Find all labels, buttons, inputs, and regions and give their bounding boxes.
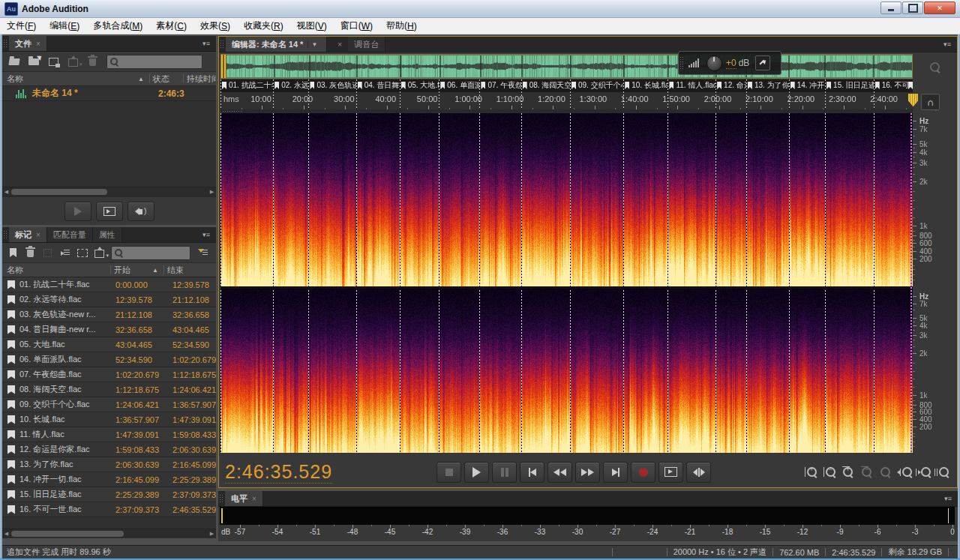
zoom-to-selection-button[interactable] (932, 463, 951, 481)
file-row[interactable]: 未命名 14 * 2:46:3 (2, 86, 216, 101)
tab-match-volume[interactable]: 匹配音量 (47, 227, 93, 242)
editor-dropdown-icon[interactable]: ▼ (308, 41, 320, 48)
marker-start[interactable]: 52:34.590 (116, 355, 172, 364)
marker-strip-segment[interactable]: 05. 大地.flac (400, 79, 440, 91)
marker-strip-segment[interactable]: 12. 命运是你家.flac (716, 79, 747, 91)
loop-preview-button[interactable] (96, 202, 123, 221)
scroll-right-arrow[interactable]: ▶ (208, 188, 216, 196)
marker-row[interactable]: 11. 情人.flac1:47:39.0911:59:08.433 (2, 427, 216, 442)
marker-end[interactable]: 1:02:20.679 (172, 355, 216, 364)
marker-end[interactable]: 1:47:39.091 (172, 415, 216, 424)
close-editor-tab[interactable]: × (327, 37, 348, 52)
marker-row[interactable]: 05. 大地.flac43:04.46552:34.590 (2, 337, 216, 352)
marker-row[interactable]: 09. 交织千个心.flac1:24:06.4211:36:57.907 (2, 397, 216, 412)
new-file-button[interactable] (45, 55, 62, 68)
marker-end[interactable]: 2:16:45.099 (172, 460, 216, 469)
panel-grip[interactable] (3, 230, 8, 239)
marker-row[interactable]: 14. 冲开一切.flac2:16:45.0992:25:29.389 (2, 472, 216, 487)
marker-end[interactable]: 52:34.590 (172, 340, 216, 349)
marker-strip-segment[interactable]: 16. 不可一世.flac (874, 79, 913, 91)
menu-R[interactable]: 收藏夹(R) (237, 18, 290, 34)
panel-menu-icon[interactable] (940, 40, 954, 49)
pause-button[interactable] (492, 462, 517, 483)
zoom-out-vertical-button[interactable]: − (820, 463, 838, 481)
marker-strip-segment[interactable]: 04. 昔日舞曲-new r... (356, 79, 400, 91)
marker-row[interactable]: 07. 午夜怨曲.flac1:02:20.6791:12:18.675 (2, 367, 216, 382)
marker-start[interactable]: 1:12:18.675 (116, 385, 172, 394)
marker-strip-segment[interactable]: 08. 海阔天空.flac (521, 79, 571, 91)
frequency-ruler[interactable]: Hz7k5k4k3k2k1k800600400200Hz7k5k4k3k2k1k… (913, 113, 956, 453)
marker-start[interactable]: 1:24:06.421 (116, 400, 172, 409)
timeline-ruler[interactable]: hms 10:0020:0030:0040:0050:001:00:001:10… (220, 91, 913, 110)
zoom-to-in-point-button[interactable] (895, 463, 914, 481)
marker-strip-segment[interactable]: 13. 为了你.flac (746, 79, 790, 91)
menu-C[interactable]: 素材(C) (149, 18, 194, 34)
marker-strip-segment[interactable]: 03. 灰色轨迹-new r... (308, 79, 356, 91)
marker-start[interactable]: 2:25:29.389 (116, 490, 172, 499)
menu-H[interactable]: 帮助(H) (380, 18, 424, 34)
zoom-in-horizontal-button[interactable]: + (838, 463, 857, 481)
scrollbar-thumb[interactable] (11, 189, 107, 195)
marker-start[interactable]: 2:06:30.639 (116, 460, 172, 469)
close-button[interactable]: ✕ (924, 1, 956, 14)
marker-start[interactable]: 1:59:08.433 (116, 445, 172, 454)
tab-properties[interactable]: 属性 (93, 227, 122, 242)
skip-selection-button[interactable] (686, 462, 711, 483)
panel-grip[interactable] (3, 39, 8, 48)
volume-hud[interactable]: +0 dB (678, 51, 782, 75)
marker-strip-segment[interactable]: 10. 长城.flac (623, 79, 668, 91)
filter-button[interactable] (195, 246, 209, 259)
minimize-button[interactable] (880, 1, 902, 14)
marker-end[interactable]: 32:36.658 (172, 310, 216, 319)
panel-grip[interactable] (219, 494, 224, 503)
title-bar[interactable]: Au Adobe Audition ✕ (0, 0, 960, 18)
marker-end[interactable]: 21:12.108 (172, 295, 216, 304)
marker-row[interactable]: 16. 不可一世.flac2:37:09.3732:46:35.529 (2, 502, 216, 517)
gain-value[interactable]: +0 (726, 58, 736, 69)
files-search-input[interactable] (106, 55, 202, 69)
panel-grip[interactable] (220, 40, 225, 49)
panel-menu-icon[interactable] (200, 230, 213, 239)
menu-E[interactable]: 编辑(E) (43, 18, 86, 34)
marker-strip[interactable]: 01. 抗战二十年.flac02. 永远等待.flac03. 灰色轨迹-new … (220, 79, 913, 91)
panel-menu-icon[interactable] (941, 494, 955, 503)
spectral-display[interactable] (220, 113, 913, 453)
marker-start[interactable]: 1:02:20.679 (116, 370, 172, 379)
marker-row[interactable]: 13. 为了你.flac2:06:30.6392:16:45.099 (2, 457, 216, 472)
marker-end[interactable]: 2:06:30.639 (172, 445, 216, 454)
zoom-out-horizontal-button[interactable]: − (857, 463, 876, 481)
tab-markers[interactable]: 标记× (9, 227, 47, 242)
overview-left-handle[interactable] (221, 55, 226, 78)
marker-end[interactable]: 1:12:18.675 (172, 370, 216, 379)
gain-knob[interactable] (706, 55, 722, 71)
auto-play-button[interactable] (128, 202, 154, 221)
maximize-button[interactable] (902, 1, 923, 14)
marker-start[interactable]: 12:39.578 (116, 295, 172, 304)
marker-end[interactable]: 1:36:57.907 (172, 400, 216, 409)
marker-row[interactable]: 04. 昔日舞曲-new r...32:36.65843:04.465 (2, 322, 216, 337)
scroll-right-arrow[interactable]: ▶ (208, 530, 216, 538)
menu-W[interactable]: 窗口(W) (334, 18, 380, 34)
marker-end[interactable]: 43:04.465 (172, 325, 216, 334)
export-markers-button[interactable] (92, 246, 106, 259)
skip-to-start-button[interactable] (520, 462, 544, 483)
marker-start[interactable]: 32:36.658 (116, 325, 172, 334)
zoom-to-out-point-button[interactable] (914, 463, 932, 481)
insert-multitrack-button[interactable] (64, 55, 81, 68)
marker-start[interactable]: 1:47:39.091 (116, 430, 172, 439)
marker-end[interactable]: 2:37:09.373 (172, 490, 216, 499)
marker-strip-segment[interactable]: 07. 午夜怨曲.flac (479, 79, 521, 91)
marker-start[interactable]: 21:12.108 (116, 310, 172, 319)
rewind-button[interactable] (548, 462, 572, 483)
files-list-header[interactable]: 名称 ▲ 状态 持续时间 (2, 72, 216, 86)
marker-start[interactable]: 0:00.000 (116, 280, 172, 289)
select-range-button[interactable] (75, 246, 89, 259)
marker-row[interactable]: 03. 灰色轨迹-new r...21:12.10832:36.658 (2, 307, 216, 322)
scrollbar-thumb[interactable] (11, 531, 124, 537)
insert-into-playlist-button[interactable] (58, 246, 72, 259)
files-h-scrollbar[interactable]: ◀ ▶ (2, 187, 216, 196)
marker-strip-segment[interactable]: 01. 抗战二十年.flac (220, 79, 274, 91)
markers-h-scrollbar[interactable]: ◀ ▶ (2, 529, 216, 538)
tab-levels[interactable]: 电平× (225, 491, 263, 506)
add-marker-button[interactable] (6, 246, 20, 259)
